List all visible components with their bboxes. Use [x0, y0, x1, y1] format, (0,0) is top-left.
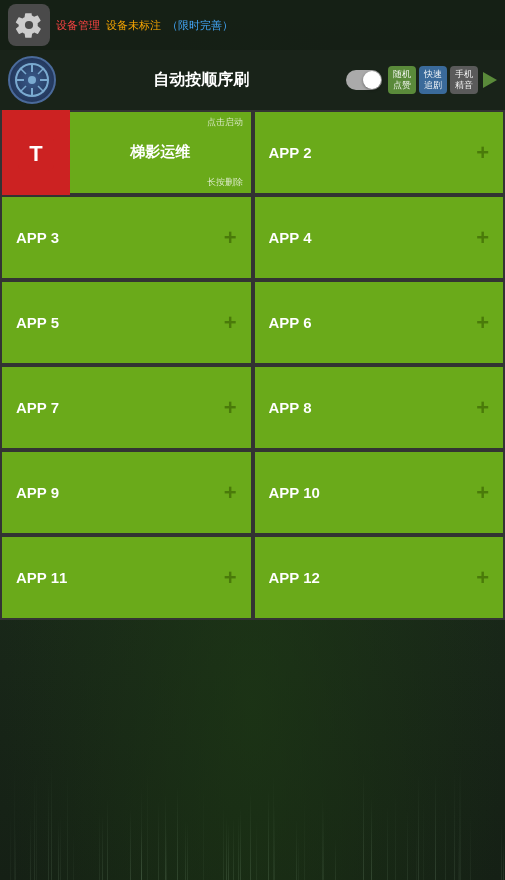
svg-text:T: T — [29, 141, 43, 166]
app-label-5: APP 5 — [16, 314, 59, 331]
gear-button[interactable] — [8, 4, 50, 46]
app-featured[interactable]: T 梯影运维 点击启动 长按删除 — [0, 110, 253, 195]
toggle-switch[interactable] — [346, 70, 382, 90]
featured-hint-bottom: 长按删除 — [207, 176, 243, 189]
add-icon-5[interactable]: + — [224, 312, 237, 334]
app-label-6: APP 6 — [269, 314, 312, 331]
app-cell-11[interactable]: APP 11 + — [0, 535, 253, 620]
add-icon-7[interactable]: + — [224, 397, 237, 419]
app-cell-7[interactable]: APP 7 + — [0, 365, 253, 450]
add-icon-10[interactable]: + — [476, 482, 489, 504]
svg-line-7 — [38, 86, 44, 92]
svg-point-1 — [28, 76, 36, 84]
control-bar: 自动按顺序刷 随机 点赞 快速 追剧 手机 精音 — [0, 50, 505, 110]
featured-hint-top: 点击启动 — [207, 116, 243, 129]
featured-text: 梯影运维 — [70, 143, 251, 162]
app-label-2: APP 2 — [269, 144, 312, 161]
featured-app-label: 梯影运维 — [130, 143, 190, 162]
app-label-10: APP 10 — [269, 484, 320, 501]
svg-line-6 — [20, 68, 26, 74]
add-icon-9[interactable]: + — [224, 482, 237, 504]
app-cell-12[interactable]: APP 12 + — [253, 535, 506, 620]
app-cell-5[interactable]: APP 5 + — [0, 280, 253, 365]
app-label-12: APP 12 — [269, 569, 320, 586]
link-device-manage[interactable]: 设备管理 — [56, 18, 100, 33]
app-cell-4[interactable]: APP 4 + — [253, 195, 506, 280]
bottom-area — [0, 620, 505, 850]
fast-drama-btn[interactable]: 快速 追剧 — [419, 66, 447, 94]
link-limited-time[interactable]: （限时完善） — [167, 18, 233, 33]
app-label-4: APP 4 — [269, 229, 312, 246]
app-cell-10[interactable]: APP 10 + — [253, 450, 506, 535]
app-grid: T 梯影运维 点击启动 长按删除 APP 2 + APP 3 + APP 4 +… — [0, 110, 505, 620]
top-links: 设备管理 设备未标注 （限时完善） — [56, 18, 233, 33]
app-cell-9[interactable]: APP 9 + — [0, 450, 253, 535]
add-icon-6[interactable]: + — [476, 312, 489, 334]
app-label-9: APP 9 — [16, 484, 59, 501]
wheel-icon[interactable] — [8, 56, 56, 104]
add-icon-8[interactable]: + — [476, 397, 489, 419]
link-device-status[interactable]: 设备未标注 — [106, 18, 161, 33]
app-label-11: APP 11 — [16, 569, 67, 586]
random-like-btn[interactable]: 随机 点赞 — [388, 66, 416, 94]
add-icon-3[interactable]: + — [224, 227, 237, 249]
phone-audio-btn[interactable]: 手机 精音 — [450, 66, 478, 94]
auto-sequence-label: 自动按顺序刷 — [62, 70, 340, 91]
app-cell-3[interactable]: APP 3 + — [0, 195, 253, 280]
add-icon-12[interactable]: + — [476, 567, 489, 589]
top-bar: 设备管理 设备未标注 （限时完善） — [0, 0, 505, 50]
app-label-3: APP 3 — [16, 229, 59, 246]
toggle-knob — [363, 71, 381, 89]
app-label-8: APP 8 — [269, 399, 312, 416]
right-buttons: 随机 点赞 快速 追剧 手机 精音 — [388, 66, 497, 94]
app-cell-2[interactable]: APP 2 + — [253, 110, 506, 195]
add-icon-2[interactable]: + — [476, 142, 489, 164]
svg-line-8 — [38, 68, 44, 74]
app-cell-8[interactable]: APP 8 + — [253, 365, 506, 450]
app-label-7: APP 7 — [16, 399, 59, 416]
svg-line-9 — [20, 86, 26, 92]
play-button[interactable] — [483, 72, 497, 88]
featured-app-icon: T — [2, 110, 70, 195]
app-cell-6[interactable]: APP 6 + — [253, 280, 506, 365]
add-icon-4[interactable]: + — [476, 227, 489, 249]
add-icon-11[interactable]: + — [224, 567, 237, 589]
